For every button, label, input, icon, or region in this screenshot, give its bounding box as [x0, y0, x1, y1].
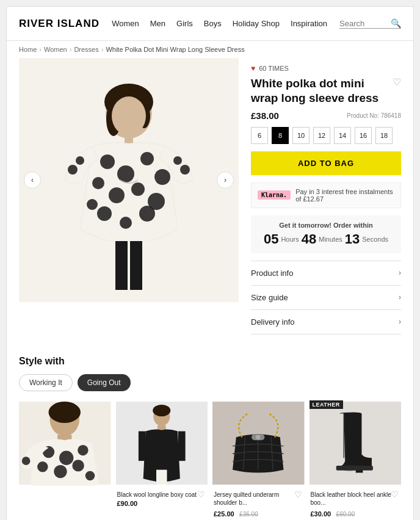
svg-point-18 — [87, 199, 98, 210]
accordion-delivery-info[interactable]: Delivery info › — [251, 309, 401, 334]
svg-point-7 — [100, 154, 115, 169]
style-card-3-title: Jersey quilted underarm shoulder b... — [214, 491, 303, 507]
svg-point-10 — [154, 169, 170, 185]
svg-point-15 — [97, 206, 112, 221]
carousel-next-button[interactable]: › — [217, 172, 234, 189]
style-with-section: Style with Working It Going Out — [7, 347, 413, 521]
svg-rect-43 — [178, 431, 185, 461]
svg-point-31 — [78, 444, 88, 455]
size-btn-6[interactable]: 6 — [251, 127, 268, 144]
style-card-4-badge: LEATHER — [310, 400, 343, 409]
countdown-hours-label: Hours — [281, 236, 299, 243]
svg-rect-24 — [130, 241, 142, 290]
style-card-4-title: Black leather block heel ankle boo... — [311, 491, 400, 507]
style-card-1-info — [19, 488, 111, 494]
style-card-2-title: Black wool longline boxy coat — [117, 491, 207, 499]
accordion-delivery-info-arrow: › — [399, 317, 401, 326]
svg-point-39 — [153, 404, 170, 416]
klarna-text: Pay in 3 interest free instalments of £1… — [295, 188, 394, 203]
svg-point-30 — [59, 450, 73, 464]
accordion-product-info[interactable]: Product info › — [251, 261, 401, 285]
breadcrumb-sep-2: › — [70, 46, 72, 53]
svg-point-17 — [139, 206, 155, 222]
breadcrumb-sep-1: › — [39, 46, 42, 53]
site-header: RIVER ISLAND Women Men Girls Boys Holida… — [7, 7, 413, 41]
svg-point-33 — [54, 464, 67, 477]
svg-point-19 — [68, 165, 78, 175]
countdown-seconds: 13 — [345, 231, 360, 247]
svg-point-46 — [256, 435, 261, 439]
nav-item-holiday[interactable]: Holiday Shop — [233, 19, 280, 28]
svg-point-16 — [120, 217, 132, 229]
svg-point-51 — [339, 464, 360, 471]
size-selector: 6 8 10 12 14 16 18 — [251, 127, 401, 144]
breadcrumb-sep-3: › — [101, 46, 104, 53]
nav-item-women[interactable]: Women — [112, 19, 139, 28]
style-product-card-2[interactable]: ♡ Black wool longline boxy coat £90.00 — [116, 400, 208, 521]
add-to-wishlist-button[interactable]: ♡ — [393, 76, 401, 88]
nav-item-men[interactable]: Men — [150, 19, 165, 28]
search-icon[interactable]: 🔍 — [391, 18, 401, 28]
style-product-grid: ♡ Black wool longline boxy coat £90.00 — [19, 400, 401, 521]
tag-working-it[interactable]: Working It — [19, 374, 73, 391]
svg-rect-41 — [156, 469, 167, 484]
countdown-hours: 05 — [264, 231, 278, 247]
style-card-3-info: Jersey quilted underarm shoulder b... £2… — [212, 488, 305, 521]
style-card-3-wishlist[interactable]: ♡ — [294, 489, 302, 499]
style-with-title: Style with — [19, 356, 401, 367]
nav-item-girls[interactable]: Girls — [176, 19, 193, 28]
style-card-4-wishlist[interactable]: ♡ — [391, 489, 399, 499]
style-card-3-price: £25.00 — [214, 510, 234, 518]
svg-point-9 — [140, 152, 154, 165]
style-product-image-2 — [116, 400, 208, 486]
size-btn-16[interactable]: 16 — [355, 127, 372, 144]
size-btn-18[interactable]: 18 — [375, 127, 393, 144]
style-card-3-price-old: £36.00 — [239, 511, 258, 518]
style-card-2-info: Black wool longline boxy coat £90.00 — [116, 488, 208, 510]
site-logo[interactable]: RIVER ISLAND — [19, 18, 100, 30]
accordion-size-guide-arrow: › — [399, 293, 401, 302]
style-tags: Working It Going Out — [19, 374, 401, 391]
style-product-card-4[interactable]: LEATHER ♡ Black leather block heel — [310, 400, 402, 521]
size-btn-10[interactable]: 10 — [292, 127, 310, 144]
search-input[interactable] — [339, 19, 388, 28]
price-row: £38.00 Product No: 786418 — [251, 110, 401, 121]
countdown-minutes-label: Minutes — [319, 236, 342, 243]
svg-point-27 — [49, 402, 81, 423]
svg-point-36 — [22, 457, 31, 465]
breadcrumb-dresses[interactable]: Dresses — [74, 46, 98, 53]
accordion-size-guide[interactable]: Size guide › — [251, 285, 401, 309]
heart-filled-icon: ♥ — [251, 64, 255, 73]
size-btn-12[interactable]: 12 — [313, 127, 330, 144]
svg-point-12 — [109, 187, 125, 203]
style-product-card-3[interactable]: ♡ Jersey quilted underarm shoulder b... … — [212, 400, 305, 521]
style-card-4-price-row: £30.00 £60.00 — [311, 508, 400, 519]
style-card-2-price: £90.00 — [117, 500, 207, 507]
style-card-2-wishlist[interactable]: ♡ — [197, 489, 205, 499]
svg-point-32 — [37, 461, 48, 472]
countdown-timer: 05 Hours 48 Minutes 13 Seconds — [258, 231, 394, 247]
style-card-4-info: Black leather block heel ankle boo... £3… — [310, 488, 402, 521]
nav-item-inspiration[interactable]: Inspiration — [291, 19, 327, 28]
svg-point-35 — [85, 471, 95, 480]
nav-item-boys[interactable]: Boys — [204, 19, 222, 28]
accordion-delivery-info-label: Delivery info — [251, 317, 295, 327]
size-btn-14[interactable]: 14 — [334, 127, 351, 144]
tag-going-out[interactable]: Going Out — [78, 374, 131, 391]
accordion-product-info-arrow: › — [399, 269, 401, 277]
product-image-area: ‹ — [19, 58, 239, 302]
svg-rect-42 — [138, 431, 145, 461]
accordion-size-guide-label: Size guide — [251, 293, 288, 302]
accordion-product-info-label: Product info — [251, 269, 293, 278]
svg-rect-23 — [115, 241, 128, 290]
product-title: White polka dot mini wrap long sleeve dr… — [251, 76, 388, 106]
size-btn-8[interactable]: 8 — [272, 127, 289, 144]
breadcrumb-home[interactable]: Home — [19, 46, 37, 53]
breadcrumb-women[interactable]: Women — [44, 46, 67, 53]
countdown-label: Get it tomorrow! Order within — [258, 222, 394, 229]
svg-point-5 — [112, 96, 146, 135]
add-to-bag-button[interactable]: ADD TO BAG — [251, 151, 401, 175]
style-product-card-1[interactable] — [19, 400, 111, 521]
carousel-prev-button[interactable]: ‹ — [24, 172, 41, 189]
accordion-list: Product info › Size guide › Delivery inf… — [251, 261, 401, 334]
